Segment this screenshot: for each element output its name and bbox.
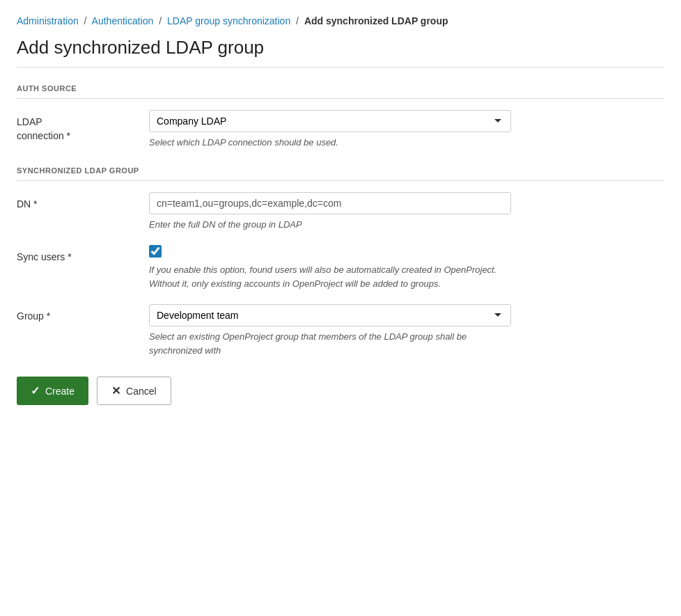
breadcrumb-sep-1: / (84, 15, 87, 26)
sync-group-section: SYNCHRONIZED LDAP GROUP DN * Enter the f… (17, 166, 664, 358)
ldap-connection-label: LDAPconnection * (17, 110, 149, 143)
breadcrumb-auth-link[interactable]: Authentication (92, 15, 154, 26)
cancel-label: Cancel (126, 386, 157, 397)
sync-users-checkbox[interactable] (149, 245, 162, 258)
dn-control: Enter the full DN of the group in LDAP (149, 192, 664, 232)
auth-source-section: AUTH SOURCE LDAPconnection * Company LDA… (17, 84, 664, 150)
group-control: Development team Select an existing Open… (149, 304, 664, 357)
group-hint: Select an existing OpenProject group tha… (149, 330, 511, 357)
breadcrumb-sep-2: / (159, 15, 162, 26)
cancel-button[interactable]: ✕ Cancel (97, 377, 171, 405)
dn-row: DN * Enter the full DN of the group in L… (17, 192, 664, 232)
breadcrumb-admin-link[interactable]: Administration (17, 15, 79, 26)
create-icon: ✓ (31, 384, 40, 397)
sync-users-hint: If you enable this option, found users w… (149, 263, 511, 290)
group-select[interactable]: Development team (149, 304, 511, 326)
dn-label: DN * (17, 192, 149, 212)
create-label: Create (45, 386, 75, 397)
group-row: Group * Development team Select an exist… (17, 304, 664, 357)
breadcrumb-ldap-link[interactable]: LDAP group synchronization (167, 15, 290, 26)
ldap-connection-hint: Select which LDAP connection should be u… (149, 136, 511, 150)
ldap-connection-row: LDAPconnection * Company LDAP Select whi… (17, 110, 664, 150)
ldap-connection-control: Company LDAP Select which LDAP connectio… (149, 110, 664, 150)
dn-hint: Enter the full DN of the group in LDAP (149, 218, 511, 232)
breadcrumb: Administration / Authentication / LDAP g… (17, 14, 664, 29)
sync-users-checkbox-wrapper (149, 245, 664, 258)
sync-users-control: If you enable this option, found users w… (149, 245, 664, 290)
breadcrumb-current: Add synchronized LDAP group (304, 15, 448, 26)
sync-group-section-title: SYNCHRONIZED LDAP GROUP (17, 166, 664, 181)
sync-users-row: Sync users * If you enable this option, … (17, 245, 664, 290)
breadcrumb-sep-3: / (296, 15, 299, 26)
ldap-connection-select[interactable]: Company LDAP (149, 110, 511, 132)
create-button[interactable]: ✓ Create (17, 377, 88, 405)
group-label: Group * (17, 304, 149, 324)
cancel-icon: ✕ (111, 384, 120, 397)
auth-source-section-title: AUTH SOURCE (17, 84, 664, 99)
dn-input[interactable] (149, 192, 511, 214)
sync-users-label: Sync users * (17, 245, 149, 264)
page-title: Add synchronized LDAP group (17, 37, 664, 68)
button-row: ✓ Create ✕ Cancel (17, 377, 664, 405)
